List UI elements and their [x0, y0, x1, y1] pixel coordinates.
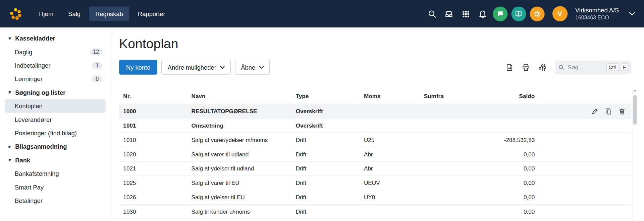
- sidebar-section-kassekladder[interactable]: ▾Kassekladder: [0, 31, 111, 45]
- search-input[interactable]: [567, 64, 605, 71]
- count-badge: 1: [92, 62, 102, 69]
- cell-navn: Salg af varer til udland: [192, 151, 296, 158]
- cell-navn: Salg af varer/ydelser m/moms: [192, 137, 296, 143]
- row-actions: [535, 147, 631, 161]
- scroll-up-icon[interactable]: ▲: [633, 88, 638, 93]
- apps-grid-icon[interactable]: [459, 7, 472, 20]
- row-actions: [535, 161, 631, 175]
- chevron-down-icon: [220, 66, 224, 69]
- f-key-badge: F: [621, 64, 629, 71]
- column-header-nr[interactable]: Nr.: [123, 92, 191, 99]
- sidebar-item-indbetalinger[interactable]: Indbetalinger1: [5, 59, 106, 72]
- sidebar-item-bankafstemning[interactable]: Bankafstemning: [5, 167, 106, 180]
- sidebar-item-label: Betalinger: [15, 197, 43, 204]
- table-row-1001[interactable]: 1001OmsætningOverskrift: [119, 119, 631, 133]
- sidebar-item-label: Bankafstemning: [15, 170, 59, 177]
- row-actions: [535, 205, 631, 219]
- cell-nr: 1001: [123, 122, 191, 129]
- row-actions: [535, 104, 631, 118]
- nav-item-regnskab[interactable]: Regnskab: [89, 7, 129, 21]
- sidebar-item-smart-pay[interactable]: Smart Pay: [5, 180, 106, 194]
- table-row-1021[interactable]: 1021Salg af ydelser til udlandDriftAbr0,…: [119, 161, 631, 176]
- account-info[interactable]: Virksomhed A/S 1603463 ECO: [575, 6, 619, 21]
- column-header-moms[interactable]: Moms: [364, 92, 424, 99]
- search-icon[interactable]: [425, 7, 438, 20]
- table-row-1025[interactable]: 1025Salg af varer til EUDriftUEUV0,00: [119, 176, 631, 190]
- cell-saldo: 0,00: [490, 165, 535, 172]
- cell-moms: UEUV: [364, 179, 424, 186]
- cell-type: Drift: [296, 194, 364, 201]
- inbox-icon[interactable]: [442, 7, 455, 20]
- cell-nr: 1026: [123, 194, 191, 201]
- account-chevron-down-icon[interactable]: [627, 9, 638, 18]
- column-settings-icon[interactable]: [535, 60, 549, 74]
- cell-type: Drift: [296, 179, 364, 186]
- print-icon[interactable]: [519, 60, 533, 74]
- avatar[interactable]: V: [552, 6, 567, 21]
- row-actions: [535, 119, 631, 133]
- cell-nr: 1021: [123, 165, 191, 172]
- row-actions: [535, 176, 631, 190]
- toolbar-right: Ctrl F: [502, 60, 631, 74]
- row-actions: [535, 190, 631, 204]
- open-filter-button[interactable]: Åbne: [235, 60, 270, 75]
- sidebar-item-lønninger[interactable]: Lønninger0: [5, 72, 106, 86]
- open-filter-label: Åbne: [241, 64, 255, 71]
- new-account-button[interactable]: Ny konto: [119, 60, 157, 75]
- column-header-sumfra[interactable]: Sumfra: [424, 92, 490, 99]
- table-row-1030[interactable]: 1030Salg til kunder u/momsDrift0,00: [119, 205, 631, 219]
- nav-item-salg[interactable]: Salg: [62, 7, 87, 21]
- table-row-1026[interactable]: 1026Salg af ydelser til EUDriftUY00,00: [119, 190, 631, 205]
- row-actions: [535, 133, 631, 147]
- sidebar-section-label: Bilagsanmodning: [15, 143, 67, 150]
- sidebar-item-label: Posteringer (find bilag): [15, 130, 77, 137]
- vertical-scrollbar[interactable]: ▲: [632, 88, 637, 221]
- page-title: Kontoplan: [119, 36, 637, 52]
- help-book-icon[interactable]: [511, 6, 526, 21]
- cell-type: Drift: [296, 165, 364, 172]
- cell-navn: Salg af ydelser til udland: [192, 165, 296, 172]
- copy-row-icon[interactable]: [605, 107, 612, 115]
- cell-navn: RESULTATOPGØRELSE: [192, 108, 296, 115]
- table-row-1020[interactable]: 1020Salg af varer til udlandDriftAbr0,00: [119, 147, 631, 162]
- logo-icon[interactable]: [8, 6, 23, 21]
- cell-nr: 1020: [123, 151, 191, 158]
- table-row-1010[interactable]: 1010Salg af varer/ydelser m/momsDriftU25…: [119, 133, 631, 147]
- more-options-button[interactable]: Andre muligheder: [161, 60, 230, 75]
- table-row-1000[interactable]: 1000RESULTATOPGØRELSEOverskrift: [119, 104, 631, 119]
- toolbar: Ny konto Andre muligheder Åbne: [119, 60, 631, 75]
- sidebar-item-leverandører[interactable]: Leverandører: [5, 113, 106, 126]
- column-header-saldo[interactable]: Saldo: [490, 92, 535, 99]
- cell-type: Drift: [296, 208, 364, 215]
- scrollbar-thumb[interactable]: [633, 95, 637, 125]
- edit-row-icon[interactable]: [591, 107, 598, 115]
- sidebar-item-daglig[interactable]: Daglig12: [5, 45, 106, 59]
- nav-item-hjem[interactable]: Hjem: [33, 7, 60, 21]
- column-header-type[interactable]: Type: [296, 92, 364, 99]
- sidebar-section-bilagsanmodning[interactable]: ▸Bilagsanmodning: [0, 140, 111, 153]
- ctrl-key-badge: Ctrl: [606, 64, 619, 71]
- sidebar-section-label: Søgning og lister: [15, 89, 65, 96]
- cell-moms: U25: [364, 137, 424, 143]
- cell-moms: UY0: [364, 194, 424, 201]
- cell-saldo: -288.532,83: [490, 137, 535, 143]
- chat-icon[interactable]: [493, 6, 507, 21]
- sidebar-item-posteringer-find-bilag[interactable]: Posteringer (find bilag): [5, 126, 106, 140]
- sidebar-item-label: Leverandører: [15, 116, 52, 123]
- cell-type: Drift: [296, 151, 364, 158]
- triangle-down-icon: ▾: [9, 36, 15, 41]
- delete-row-icon[interactable]: [619, 107, 626, 115]
- nav-item-rapporter[interactable]: Rapporter: [132, 7, 171, 21]
- notifications-bell-icon[interactable]: [476, 7, 489, 20]
- settings-gear-icon[interactable]: [530, 6, 544, 21]
- sidebar-section-bank[interactable]: ▾Bank: [0, 153, 111, 167]
- table-body: 1000RESULTATOPGØRELSEOverskrift 1001Omsæ…: [119, 104, 631, 219]
- column-header-navn[interactable]: Navn: [192, 92, 296, 99]
- company-id: 1603463 ECO: [575, 14, 619, 21]
- sidebar-item-kontoplan[interactable]: Kontoplan: [5, 99, 106, 113]
- sidebar-section-søgning-og-lister[interactable]: ▾Søgning og lister: [0, 86, 111, 99]
- sidebar-section-label: Kassekladder: [15, 35, 55, 42]
- export-icon[interactable]: [502, 60, 517, 74]
- triangle-right-icon: ▸: [9, 144, 15, 149]
- sidebar-item-betalinger[interactable]: Betalinger: [5, 194, 106, 207]
